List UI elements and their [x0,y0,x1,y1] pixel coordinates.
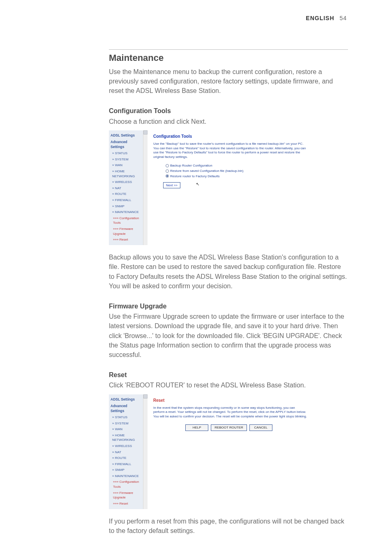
reboot-router-button[interactable]: REBOOT ROUTER [211,424,247,431]
final-paragraph: If you perform a reset from this page, t… [109,517,348,535]
sidebar-subitem[interactable]: »»» Firmware Upgrade [111,226,141,236]
header-language: ENGLISH [306,15,334,21]
screenshot-reset: ADSL Settings Advanced Settings » STATUS… [109,394,313,509]
maintenance-intro: Use the Maintenance menu to backup the c… [109,67,348,96]
reset-panel: Reset In the event that the system stops… [148,394,313,509]
sidebar-item[interactable]: » HOME NETWORKING [111,432,141,443]
sidebar-item[interactable]: » STATUS [111,151,141,157]
radio-restore-file[interactable]: Restore from saved Configuration file (b… [166,168,307,174]
sidebar-item[interactable]: » ROUTE [111,191,141,197]
sidebar-subitem[interactable]: »»» Firmware Upgrade [111,490,141,500]
sidebar-item[interactable]: » ROUTE [111,455,141,461]
next-button[interactable]: Next >> [163,182,180,189]
firmware-paragraph: Use the Firmware Upgrade screen to updat… [109,312,348,359]
page-number: 54 [339,15,347,21]
sidebar-heading-advanced: Advanced Settings [111,403,141,415]
firmware-heading: Firmware Upgrade [109,301,348,311]
scroll-track[interactable] [143,398,148,509]
sidebar-item[interactable]: » WAN [111,162,141,169]
radio-dot-icon [166,175,168,177]
scroll-up-icon[interactable] [143,394,148,398]
radio-group: Backup Router Configuration Restore from… [153,163,307,179]
sidebar-item[interactable]: » MAINTENANCE [111,209,141,215]
sidebar-item[interactable]: » NAT [111,185,141,191]
panel-title: Reset [153,398,307,404]
radio-icon [166,169,169,173]
help-button[interactable]: HELP [185,424,208,431]
router-sidebar: ADSL Settings Advanced Settings » STATUS… [109,394,143,509]
scrollbar[interactable] [143,130,148,245]
radio-factory-defaults[interactable]: Restore router to Factory Defaults [166,174,307,179]
radio-backup[interactable]: Backup Router Configuration [166,163,307,169]
radio-icon [166,164,169,167]
sidebar-item[interactable]: » WIRELESS [111,443,141,449]
sidebar-subitem[interactable]: »»» Reset [111,500,141,507]
config-tools-text: Choose a function and click Next. [109,117,348,126]
scrollbar[interactable] [143,394,148,509]
radio-label: Restore router to Factory Defaults [170,174,220,179]
page: ENGLISH 54 Maintenance Use the Maintenan… [0,0,392,556]
sidebar-item[interactable]: » MAINTENANCE [111,473,141,479]
sidebar-column: ADSL Settings Advanced Settings » STATUS… [109,130,148,245]
sidebar-subitem[interactable]: »»» Configuration Tools [111,215,141,226]
sidebar-item[interactable]: » HOME NETWORKING [111,169,141,179]
sidebar-column: ADSL Settings Advanced Settings » STATUS… [109,394,148,509]
sidebar-subitem[interactable]: »»» Configuration Tools [111,479,141,490]
router-sidebar: ADSL Settings Advanced Settings » STATUS… [109,130,143,245]
sidebar-item[interactable]: » NAT [111,449,141,455]
screenshot-config-tools: ADSL Settings Advanced Settings » STATUS… [109,130,313,245]
panel-description: Use the "Backup" tool to save the router… [153,142,307,159]
sidebar-heading-adsl: ADSL Settings [111,396,141,403]
sidebar-item[interactable]: » WIRELESS [111,179,141,185]
config-tools-panel: Configuration Tools Use the "Backup" too… [148,130,313,245]
horizontal-rule [109,49,348,50]
sidebar-item[interactable]: » FIREWALL [111,197,141,204]
sidebar-heading-advanced: Advanced Settings [111,139,141,151]
cursor-icon: ↖ [196,181,199,188]
sidebar-item[interactable]: » WAN [111,426,141,433]
radio-icon [166,174,169,178]
backup-paragraph: Backup allows you to save the ADSL Wirel… [109,253,348,291]
reset-paragraph: Click 'REBOOT ROUTER' to reset the ADSL … [109,380,348,390]
maintenance-heading: Maintenance [109,51,348,65]
reset-heading: Reset [109,370,348,380]
radio-label: Backup Router Configuration [170,163,212,168]
sidebar-item[interactable]: » SNMP [111,467,141,473]
sidebar-item[interactable]: » STATUS [111,414,141,420]
page-header: ENGLISH 54 [306,15,347,21]
content-column: Maintenance Use the Maintenance menu to … [109,49,348,540]
sidebar-subitem[interactable]: »»» Reset [111,237,141,243]
button-row: HELP REBOOT ROUTER CANCEL [153,424,307,431]
panel-description: In the event that the system stops respo… [153,406,307,419]
scroll-up-icon[interactable] [143,130,148,134]
config-tools-heading: Configuration Tools [109,106,348,116]
panel-title: Configuration Tools [153,134,307,140]
sidebar-item[interactable]: » SYSTEM [111,156,141,162]
sidebar-item[interactable]: » SNMP [111,203,141,209]
cancel-button[interactable]: CANCEL [249,424,272,431]
sidebar-item[interactable]: » SYSTEM [111,420,141,426]
sidebar-item[interactable]: » FIREWALL [111,461,141,467]
radio-label: Restore from saved Configuration file (b… [170,169,243,174]
sidebar-heading-adsl: ADSL Settings [111,132,141,139]
scroll-track[interactable] [143,134,148,245]
